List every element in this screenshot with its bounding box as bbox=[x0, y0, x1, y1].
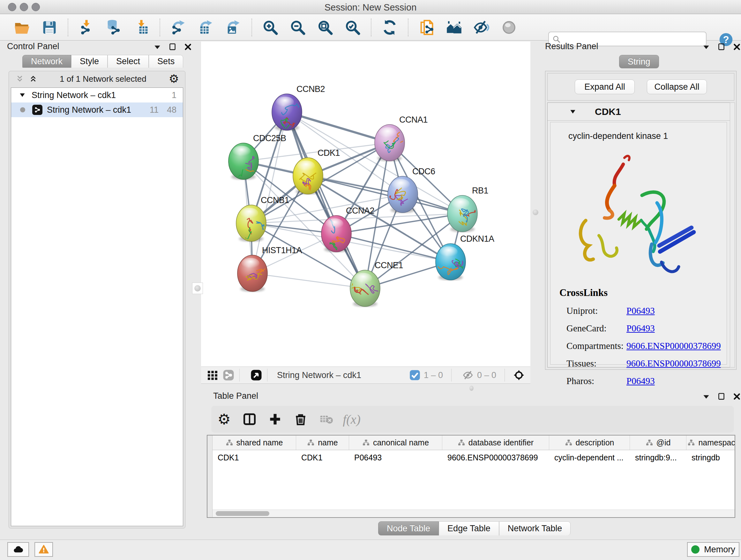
cell-shared-name[interactable]: CDK1 bbox=[212, 450, 296, 465]
network-view-title: String Network – cdk1 bbox=[277, 370, 361, 380]
results-panel: Results Panel String Expand All Collapse… bbox=[542, 42, 738, 370]
close-icon[interactable] bbox=[733, 43, 741, 51]
plus-icon[interactable] bbox=[267, 412, 283, 427]
share-view-icon[interactable] bbox=[223, 369, 234, 381]
current-network-dot-icon bbox=[20, 107, 25, 112]
crosslink-link[interactable]: P06493 bbox=[626, 306, 655, 316]
tab-style[interactable]: Style bbox=[71, 55, 108, 68]
column-header-database-identifier[interactable]: database identifier bbox=[442, 435, 549, 450]
crosslink-row: Uniprot:P06493 bbox=[559, 306, 721, 316]
fx-icon: f(x) bbox=[344, 412, 359, 427]
vertical-splitter-right[interactable] bbox=[531, 207, 540, 218]
node-label: HIST1H1A bbox=[262, 246, 302, 255]
float-panel-icon[interactable] bbox=[702, 392, 711, 401]
open-session-icon[interactable] bbox=[12, 17, 32, 37]
table-gear-icon[interactable]: ⚙ bbox=[216, 412, 232, 427]
tab-network[interactable]: Network bbox=[22, 55, 71, 68]
import-network-database-icon[interactable] bbox=[104, 17, 124, 37]
control-panel: Control Panel NetworkStyleSelectSets 1 o… bbox=[4, 42, 189, 536]
column-header-shared-name[interactable]: shared name bbox=[212, 435, 296, 450]
crosslink-link[interactable]: 9606.ENSP00000378699 bbox=[626, 358, 721, 369]
network-canvas[interactable]: CCNB2CCNA1CDC25BCDK1CDC6RB1CCNB1CCNA2CDK… bbox=[201, 42, 530, 367]
triangle-down-icon[interactable] bbox=[18, 91, 26, 99]
table-panel-title: Table Panel bbox=[213, 391, 258, 401]
warning-button[interactable] bbox=[35, 542, 53, 557]
birdseye-icon[interactable] bbox=[251, 369, 262, 381]
results-scrollbar[interactable] bbox=[730, 103, 735, 368]
cell-namespace[interactable]: stringdb bbox=[686, 450, 735, 465]
tab-network-table[interactable]: Network Table bbox=[499, 521, 571, 536]
tab-string[interactable]: String bbox=[619, 55, 659, 68]
columns-icon[interactable] bbox=[242, 412, 257, 427]
column-header-namespace[interactable]: namespace bbox=[686, 435, 735, 450]
grid-view-icon[interactable] bbox=[207, 369, 218, 381]
cloud-button[interactable] bbox=[7, 542, 29, 557]
cell-name[interactable]: CDK1 bbox=[296, 450, 349, 465]
column-header-@id[interactable]: @id bbox=[630, 435, 686, 450]
float-panel-icon[interactable] bbox=[153, 43, 161, 51]
close-icon[interactable] bbox=[733, 392, 741, 401]
expand-all-tree-icon[interactable] bbox=[29, 75, 37, 83]
node-label: CCNA2 bbox=[346, 206, 374, 215]
hscroll-thumb[interactable] bbox=[216, 511, 269, 516]
crosslink-label: Uniprot: bbox=[566, 306, 626, 316]
cell-database-identifier[interactable]: 9606.ENSP00000378699 bbox=[442, 450, 549, 465]
maximize-icon[interactable] bbox=[718, 43, 726, 51]
zoom-fit-icon[interactable] bbox=[315, 17, 335, 37]
memory-button[interactable]: Memory bbox=[687, 542, 739, 557]
eye-slash-icon[interactable] bbox=[462, 369, 474, 381]
inactive-sphere-icon[interactable] bbox=[499, 17, 519, 37]
float-panel-icon[interactable] bbox=[702, 43, 711, 51]
column-header-name[interactable]: name bbox=[296, 435, 349, 450]
column-header-description[interactable]: description bbox=[549, 435, 630, 450]
tab-edge-table[interactable]: Edge Table bbox=[439, 521, 499, 536]
crosslink-link[interactable]: P06493 bbox=[626, 376, 655, 386]
import-network-icon[interactable] bbox=[77, 17, 96, 37]
save-session-icon[interactable] bbox=[40, 17, 59, 37]
tab-select[interactable]: Select bbox=[108, 55, 149, 68]
maximize-icon[interactable] bbox=[169, 43, 177, 51]
tab-node-table[interactable]: Node Table bbox=[378, 521, 439, 536]
export-table-icon[interactable] bbox=[196, 17, 216, 37]
home-icon[interactable] bbox=[444, 17, 464, 37]
node-label: CDC6 bbox=[412, 167, 435, 176]
cell-@id[interactable]: stringdb:9... bbox=[630, 450, 686, 465]
cell-description[interactable]: cyclin-dependent ... bbox=[549, 450, 630, 465]
column-header-canonical-name[interactable]: canonical name bbox=[349, 435, 442, 450]
network-row[interactable]: String Network – cdk1 11 48 bbox=[11, 103, 183, 117]
zoom-out-icon[interactable] bbox=[288, 17, 308, 37]
import-table-icon[interactable] bbox=[131, 17, 151, 37]
table-hscrollbar[interactable] bbox=[212, 509, 735, 517]
zoom-in-icon[interactable] bbox=[260, 17, 280, 37]
zoom-selected-icon[interactable] bbox=[343, 17, 362, 37]
refresh-network-icon[interactable] bbox=[380, 17, 400, 37]
crosshair-icon[interactable] bbox=[513, 369, 525, 381]
expand-all-button[interactable]: Expand All bbox=[575, 79, 635, 94]
cell-canonical-name[interactable]: P06493 bbox=[349, 450, 442, 465]
crosslink-link[interactable]: 9606.ENSP00000378699 bbox=[626, 341, 721, 351]
table-row[interactable]: CDK1CDK1P064939606.ENSP00000378699cyclin… bbox=[212, 450, 735, 465]
node-label: CDKN1A bbox=[460, 234, 494, 244]
open-string-network-icon[interactable] bbox=[417, 17, 436, 37]
vertical-splitter-left[interactable] bbox=[192, 283, 203, 294]
crosslink-row: Pharos:P06493 bbox=[559, 376, 721, 386]
crosslink-link[interactable]: P06493 bbox=[626, 323, 655, 334]
export-image-icon[interactable] bbox=[223, 17, 243, 37]
gear-icon[interactable]: ⚙ bbox=[169, 72, 179, 85]
node-label: RB1 bbox=[472, 186, 488, 195]
hide-unhide-icon[interactable] bbox=[472, 17, 491, 37]
network-collection-row[interactable]: String Network – cdk1 1 bbox=[11, 88, 183, 103]
checkbox-checked-icon[interactable] bbox=[409, 369, 421, 381]
cloud-icon bbox=[13, 544, 23, 555]
entry-gene-name: CDK1 bbox=[595, 106, 621, 117]
collapse-entry-icon[interactable] bbox=[569, 108, 577, 116]
trash-icon[interactable] bbox=[293, 412, 308, 427]
horizontal-splitter[interactable] bbox=[467, 385, 475, 391]
export-network-icon[interactable] bbox=[169, 17, 188, 37]
tab-sets[interactable]: Sets bbox=[149, 55, 183, 68]
close-icon[interactable] bbox=[184, 43, 192, 51]
maximize-icon[interactable] bbox=[718, 392, 726, 401]
collapse-all-tree-icon[interactable] bbox=[16, 75, 24, 83]
collapse-all-button[interactable]: Collapse All bbox=[647, 79, 707, 94]
node-count: 11 bbox=[150, 105, 158, 115]
